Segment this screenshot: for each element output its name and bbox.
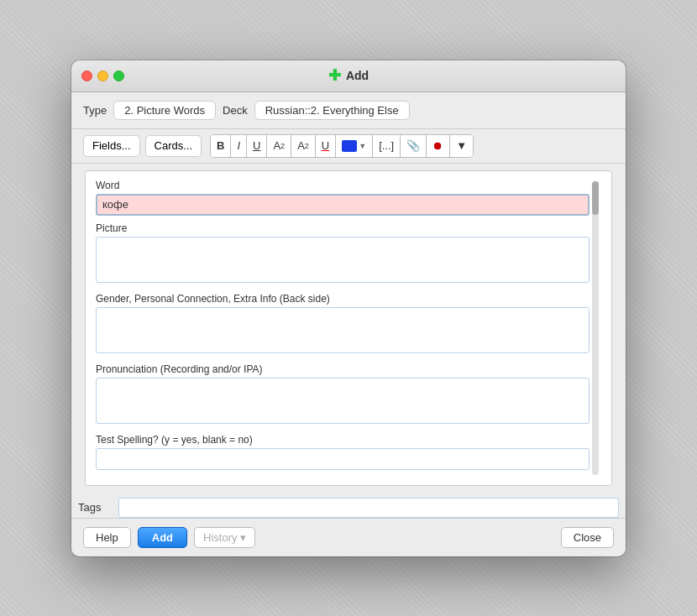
window-title: Add bbox=[346, 69, 369, 82]
spelling-field-group: Test Spelling? (y = yes, blank = no) bbox=[96, 434, 590, 470]
scrollbar-thumb[interactable] bbox=[592, 181, 599, 215]
add-button[interactable]: Add bbox=[138, 527, 187, 548]
bottom-row: Help Add History ▾ Close bbox=[71, 518, 626, 556]
attach-button[interactable]: 📎 bbox=[401, 135, 427, 157]
history-arrow: ▾ bbox=[240, 531, 246, 544]
pronunciation-label: Pronunciation (Recording and/or IPA) bbox=[96, 363, 590, 375]
gender-field-group: Gender, Personal Connection, Extra Info … bbox=[96, 293, 590, 357]
history-button[interactable]: History ▾ bbox=[194, 527, 255, 548]
spelling-input[interactable] bbox=[96, 448, 590, 470]
tags-label: Tags bbox=[78, 501, 112, 514]
tags-row: Tags bbox=[71, 493, 626, 518]
type-label: Type bbox=[83, 104, 107, 117]
cloze-button[interactable]: [...] bbox=[373, 135, 401, 157]
deck-label: Deck bbox=[223, 104, 248, 117]
format-toolbar: B I U A2 A2 U ▼ [...] 📎 ⏺ ▼ bbox=[210, 134, 474, 158]
deck-button[interactable]: Russian::2. Everything Else bbox=[254, 101, 410, 120]
color-swatch bbox=[342, 140, 357, 152]
main-window: ✚ Add Type 2. Picture Words Deck Russian… bbox=[71, 60, 626, 556]
scrollbar-track bbox=[592, 181, 599, 475]
titlebar: ✚ Add bbox=[71, 60, 626, 92]
cards-button[interactable]: Cards... bbox=[145, 135, 202, 157]
picture-label: Picture bbox=[96, 222, 590, 234]
gender-label: Gender, Personal Connection, Extra Info … bbox=[96, 293, 590, 305]
toolbar-row: Fields... Cards... B I U A2 A2 U ▼ [...]… bbox=[71, 129, 626, 164]
color-dropdown-arrow: ▼ bbox=[359, 142, 366, 150]
underline-color-button[interactable]: U bbox=[316, 135, 336, 157]
word-label: Word bbox=[96, 180, 590, 191]
minimize-window-button[interactable] bbox=[97, 70, 108, 81]
type-button[interactable]: 2. Picture Words bbox=[113, 101, 216, 120]
fields-button[interactable]: Fields... bbox=[83, 135, 140, 157]
bold-button[interactable]: B bbox=[211, 135, 231, 157]
record-button[interactable]: ⏺ bbox=[427, 135, 450, 157]
tags-input[interactable] bbox=[118, 498, 619, 518]
underline-button[interactable]: U bbox=[247, 135, 267, 157]
more-button[interactable]: ▼ bbox=[450, 135, 473, 157]
color-button[interactable]: ▼ bbox=[336, 135, 373, 157]
picture-field-group: Picture bbox=[96, 222, 590, 286]
subscript-button[interactable]: A2 bbox=[291, 135, 316, 157]
word-field-group: Word bbox=[96, 180, 590, 216]
spelling-label: Test Spelling? (y = yes, blank = no) bbox=[96, 434, 590, 446]
pronunciation-input[interactable] bbox=[96, 378, 590, 424]
add-icon: ✚ bbox=[328, 66, 341, 85]
titlebar-title: ✚ Add bbox=[328, 66, 369, 85]
gender-input[interactable] bbox=[96, 307, 590, 353]
italic-button[interactable]: I bbox=[231, 135, 247, 157]
scrollbar[interactable] bbox=[590, 180, 601, 477]
word-input[interactable] bbox=[96, 194, 590, 216]
traffic-lights bbox=[81, 70, 124, 81]
fields-form: Word Picture Gender, Personal Connection… bbox=[96, 180, 590, 477]
form-area: Word Picture Gender, Personal Connection… bbox=[85, 170, 612, 486]
history-label: History bbox=[203, 531, 237, 544]
pronunciation-field-group: Pronunciation (Recording and/or IPA) bbox=[96, 363, 590, 427]
superscript-button[interactable]: A2 bbox=[267, 135, 291, 157]
picture-input[interactable] bbox=[96, 237, 590, 283]
maximize-window-button[interactable] bbox=[113, 70, 124, 81]
close-button[interactable]: Close bbox=[561, 527, 614, 548]
close-window-button[interactable] bbox=[81, 70, 92, 81]
help-button[interactable]: Help bbox=[83, 527, 131, 548]
type-deck-row: Type 2. Picture Words Deck Russian::2. E… bbox=[71, 92, 626, 129]
